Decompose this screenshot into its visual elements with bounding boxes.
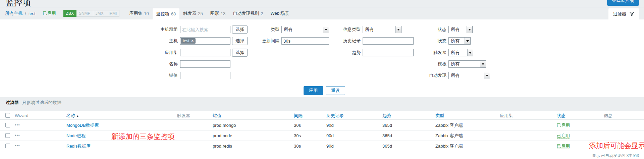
badge-zbx: ZBX	[63, 10, 76, 17]
item-trends: 365d	[382, 120, 392, 130]
state-select[interactable]: 所有	[448, 26, 473, 33]
tab-applications[interactable]: 应用集 10	[125, 7, 152, 19]
host-multiselect[interactable]: test ×	[180, 37, 230, 45]
item-history: 90d	[326, 130, 334, 141]
breadcrumb: 所有主机 / test	[5, 10, 36, 16]
item-trends: 365d	[382, 141, 392, 151]
item-name-link[interactable]: Node进程	[66, 133, 86, 138]
col-name[interactable]: 名称▲	[66, 111, 79, 121]
label-discovery: 自动发现	[403, 72, 446, 79]
label-key: 键值	[134, 72, 178, 79]
host-status-label: 已启用	[43, 10, 56, 16]
breadcrumb-host[interactable]: test	[29, 11, 36, 16]
item-interval: 30s	[294, 120, 301, 130]
status-badge[interactable]: 已启用	[557, 144, 570, 149]
host-group-input[interactable]	[180, 26, 230, 33]
col-trends[interactable]: 趋势	[382, 111, 391, 120]
item-name-link[interactable]: MongoDB数据库	[66, 123, 99, 128]
application-select-button[interactable]: 选择	[232, 49, 248, 57]
breadcrumb-separator: /	[25, 11, 26, 16]
triggers-select[interactable]: 所有	[448, 49, 473, 56]
label-host-group: 主机群组	[134, 26, 178, 33]
item-trends: 365d	[382, 130, 392, 141]
col-info: 信息	[604, 111, 612, 120]
chevron-down-icon	[484, 72, 490, 79]
badge-ipmi: IPMI	[106, 10, 120, 17]
row-checkbox[interactable]	[5, 133, 10, 138]
annotation-unsupported-note: 添加后可能会显示 不支持,刷新几次就 好了	[589, 122, 644, 159]
row-checkbox[interactable]	[5, 123, 10, 127]
funnel-icon	[629, 11, 634, 16]
host-tabs: 应用集 10 监控项 68 触发器 25 图形 13 自动发现规则 2 Web …	[125, 7, 294, 19]
info-type-select[interactable]: 所有	[363, 26, 401, 33]
tab-triggers[interactable]: 触发器 25	[179, 7, 206, 19]
chevron-down-icon	[465, 38, 470, 44]
item-interval: 30s	[294, 130, 301, 141]
table-row: ••• Node进程 prod.node 30s 90d 365d Zabbix…	[0, 130, 644, 141]
item-key: prod.redis	[213, 141, 232, 151]
tab-web-scenarios[interactable]: Web 场景	[267, 7, 294, 19]
select-all-checkbox[interactable]	[5, 113, 10, 118]
label-name: 名称	[134, 60, 178, 68]
filter-toggle-button[interactable]: 过滤器	[608, 8, 639, 19]
col-key[interactable]: 键值	[213, 111, 221, 120]
label-trends: 趋势	[317, 49, 361, 56]
create-item-button[interactable]: 创建监控项	[607, 0, 639, 6]
table-row: ••• MongoDB数据库 prod.mongo 30s 90d 365d Z…	[0, 120, 644, 130]
row-checkbox[interactable]	[5, 144, 10, 148]
name-input[interactable]	[180, 60, 230, 68]
item-key: prod.mongo	[213, 120, 236, 130]
application-input[interactable]	[180, 49, 230, 56]
item-history: 90d	[326, 141, 334, 151]
item-history: 90d	[326, 120, 334, 130]
chevron-down-icon	[467, 26, 472, 33]
status-badge[interactable]: 已启用	[557, 123, 570, 128]
table-header-row: Wizard 名称▲ 触发器 键值 间隔 历史记录 趋势 类型 应用集 状态 信…	[0, 111, 644, 120]
breadcrumb-all-hosts[interactable]: 所有主机	[5, 10, 22, 16]
reset-button[interactable]: 重设	[326, 86, 345, 95]
status-select[interactable]: 所有	[448, 37, 471, 45]
subfilter-bar: 过滤器 只影响过滤后的数据	[6, 100, 61, 106]
label-history: 历史记录	[317, 37, 361, 45]
items-table: Wizard 名称▲ 触发器 键值 间隔 历史记录 趋势 类型 应用集 状态 信…	[0, 111, 644, 159]
chevron-down-icon	[395, 26, 401, 33]
host-chip: test ×	[181, 38, 196, 44]
col-type[interactable]: 类型	[435, 111, 444, 120]
label-update-interval: 更新间隔	[236, 37, 279, 45]
col-status[interactable]: 状态	[557, 111, 566, 120]
discovery-select[interactable]: 所有	[448, 72, 490, 79]
chevron-down-icon	[467, 49, 473, 56]
wizard-menu-icon[interactable]: •••	[15, 141, 20, 151]
items-page: 监控项 创建监控项 所有主机 / test 已启用 ZBX SNMP JMX I…	[0, 0, 644, 159]
item-interval: 30s	[294, 141, 301, 151]
item-type: Zabbix 客户端	[435, 130, 463, 141]
sort-asc-icon: ▲	[76, 114, 79, 118]
item-key: prod.node	[213, 130, 232, 141]
label-host: 主机	[134, 37, 178, 45]
wizard-menu-icon[interactable]: •••	[15, 120, 20, 130]
col-interval[interactable]: 间隔	[294, 111, 303, 120]
interface-badges: ZBX SNMP JMX IPMI	[63, 10, 120, 17]
tab-items[interactable]: 监控项 68	[153, 8, 179, 19]
label-triggers: 触发器	[403, 49, 446, 56]
key-input[interactable]	[180, 72, 230, 79]
tab-graphs[interactable]: 图形 13	[207, 7, 229, 19]
item-type: Zabbix 客户端	[435, 120, 463, 130]
col-history[interactable]: 历史记录	[326, 111, 344, 120]
tab-discovery-rules[interactable]: 自动发现规则 2	[229, 7, 267, 19]
chevron-down-icon	[480, 61, 486, 67]
remove-icon[interactable]: ×	[191, 39, 194, 43]
wizard-menu-icon[interactable]: •••	[15, 130, 20, 141]
template-select[interactable]: 所有	[448, 60, 486, 68]
col-wizard: Wizard	[15, 111, 28, 120]
status-badge[interactable]: 已启用	[557, 133, 570, 139]
label-template: 模板	[403, 60, 446, 68]
badge-jmx: JMX	[93, 10, 106, 17]
item-name-link[interactable]: Redis数据库	[66, 144, 91, 149]
badge-snmp: SNMP	[76, 10, 93, 17]
annotation-new-items: 新添加的三条监控项	[111, 132, 175, 141]
host-navbar: 所有主机 / test 已启用 ZBX SNMP JMX IPMI 应用集 10…	[0, 7, 644, 19]
apply-button[interactable]: 应用	[304, 86, 323, 95]
label-info-type: 信息类型	[317, 26, 361, 33]
label-state: 状态	[403, 26, 446, 33]
